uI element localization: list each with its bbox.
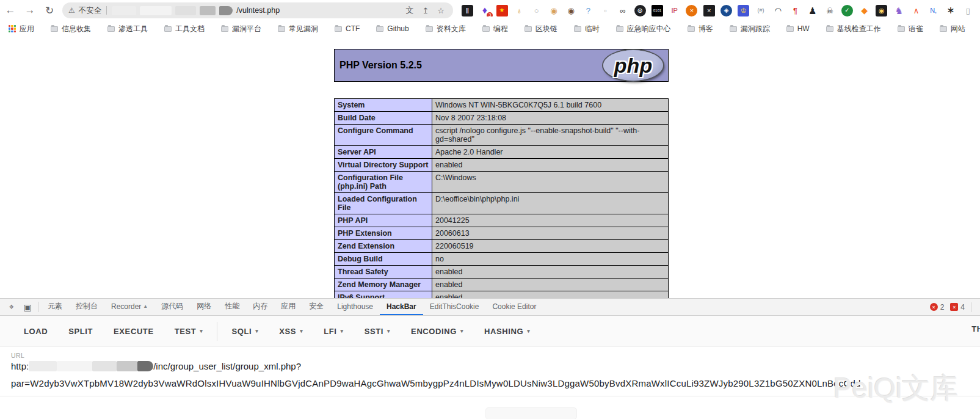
url-bar[interactable]: ⚠ 不安全 /vulntest.php 文 ↥ ☆ xyxy=(62,2,453,18)
hackbar-button[interactable]: XSS ▾ xyxy=(269,322,313,341)
reload-button[interactable]: ↻ xyxy=(43,4,56,17)
extension-icon[interactable]: ◠ xyxy=(772,5,784,16)
phpinfo-row-value: Nov 8 2007 23:18:08 xyxy=(432,112,669,125)
bookmark-folder[interactable]: 资料文库 xyxy=(426,24,466,34)
extension-icon[interactable]: × xyxy=(686,5,697,16)
devtools-tab[interactable]: 网络 xyxy=(190,299,218,315)
extension-icon[interactable]: 0101 xyxy=(652,5,663,16)
devtools-tab[interactable]: EditThisCookie xyxy=(423,299,486,315)
devtools-tab[interactable]: 内存 xyxy=(246,299,274,315)
bookmark-label: Github xyxy=(387,24,408,33)
url-field[interactable]: http: /inc/group_user_list/group_xml.php… xyxy=(11,361,969,371)
forward-button[interactable]: → xyxy=(23,4,37,16)
bookmark-folder[interactable]: 语雀 xyxy=(898,24,923,34)
bookmark-folder[interactable]: 渗透工具 xyxy=(107,24,148,34)
device-toolbar-icon[interactable]: ▣ xyxy=(20,299,35,315)
hackbar-button[interactable]: EXECUTE xyxy=(103,322,164,341)
redacted-host xyxy=(175,6,196,15)
translate-icon[interactable]: 文 xyxy=(403,5,416,16)
folder-icon xyxy=(376,26,383,32)
extension-icon[interactable]: ♔ xyxy=(738,5,749,16)
bookmark-folder[interactable]: 区块链 xyxy=(524,24,557,34)
devtools-tab[interactable]: Lighthouse xyxy=(330,299,380,315)
extension-icon[interactable]: ⊛ xyxy=(634,5,646,16)
extension-icon[interactable]: ♞ xyxy=(893,5,905,16)
bookmark-folder[interactable]: 常见漏洞 xyxy=(278,24,318,34)
devtools-tab[interactable]: Cookie Editor xyxy=(485,299,543,315)
devtools-tab[interactable]: 性能 xyxy=(218,299,246,315)
bookmark-folder[interactable]: 博客 xyxy=(688,24,713,34)
hackbar-button[interactable]: LFI ▾ xyxy=(313,322,354,341)
extension-icon[interactable]: ▯ xyxy=(962,5,974,16)
hackbar-button[interactable]: SPLIT xyxy=(58,322,103,341)
hackbar-button[interactable]: SSTI ▾ xyxy=(354,322,401,341)
hackbar-button[interactable]: HASHING ▾ xyxy=(474,322,540,341)
extension-icon[interactable]: ▫ xyxy=(600,5,611,16)
hackbar-button[interactable]: LOAD xyxy=(13,322,58,341)
extension-icon[interactable]: ✓ xyxy=(841,5,853,16)
back-button[interactable]: ← xyxy=(4,4,17,16)
extension-icon[interactable]: ∞ xyxy=(617,5,628,16)
extension-icon[interactable]: ∧ xyxy=(910,5,922,16)
phpinfo-row-value: no xyxy=(432,253,669,266)
devtools-tab[interactable]: HackBar xyxy=(380,299,423,315)
faint-bottom-box xyxy=(485,407,577,419)
redacted-host xyxy=(117,361,137,371)
badges-divider xyxy=(971,302,971,312)
bookmark-folder[interactable]: 漏洞跟踪 xyxy=(730,24,770,34)
extension-icon[interactable]: N, xyxy=(927,5,939,16)
bookmark-folder[interactable]: 基线检查工作 xyxy=(826,24,881,34)
console-error-badge[interactable]: × 2 xyxy=(930,303,945,312)
inspect-element-icon[interactable]: ⌖ xyxy=(4,299,20,315)
hackbar-button[interactable]: ENCODING ▾ xyxy=(401,322,474,341)
bookmark-folder[interactable]: 临时 xyxy=(574,24,600,34)
extension-icon[interactable]: ◈ xyxy=(720,5,732,16)
devtools-tab[interactable]: 源代码 xyxy=(154,299,190,315)
bookmark-folder[interactable]: CTF xyxy=(335,24,360,34)
bookmark-folder[interactable]: 信息收集 xyxy=(51,24,91,34)
hackbar-button[interactable]: SQLI ▾ xyxy=(217,322,269,341)
devtools-tab[interactable]: 安全 xyxy=(302,299,330,315)
bookmark-apps[interactable]: 应用 xyxy=(9,24,34,34)
extension-icon[interactable]: × xyxy=(703,5,715,16)
extension-icon[interactable]: IP xyxy=(669,5,680,16)
hackbar-button[interactable]: TEST ▾ xyxy=(164,322,214,341)
extension-icon[interactable]: ◉ xyxy=(876,5,887,16)
extension-icon[interactable]: ◉ xyxy=(548,5,559,16)
url-prefix-text: http: xyxy=(11,361,29,371)
extension-icon[interactable]: ‖ xyxy=(462,5,473,16)
extension-icon[interactable]: ♁ xyxy=(514,5,525,16)
extension-glyph: ¶ xyxy=(793,7,797,15)
extension-icon[interactable]: ∗ xyxy=(945,5,956,16)
devtools-tab[interactable]: 应用 xyxy=(274,299,302,315)
bookmark-folder[interactable]: HW xyxy=(786,24,810,34)
phpinfo-row-label: Zend Extension xyxy=(335,240,432,253)
extension-icon[interactable]: (#) xyxy=(755,5,767,16)
payload-field[interactable]: par=W2dyb3VwXTpbMV18W2dyb3VwaWRdOlsxIHVu… xyxy=(11,378,969,388)
extension-icon[interactable]: ◆ xyxy=(858,5,870,16)
issues-badge[interactable]: × 4 xyxy=(950,303,965,312)
extension-icon[interactable]: ? xyxy=(583,5,594,16)
hackbar-theme-button-partial[interactable]: THE xyxy=(971,324,980,333)
devtools-tab[interactable]: 元素 xyxy=(41,299,69,315)
extension-icon[interactable]: ○ xyxy=(531,5,542,16)
bookmark-folder[interactable]: 工具文档 xyxy=(164,24,205,34)
bookmark-star-icon[interactable]: ☆ xyxy=(435,6,447,15)
extension-icon[interactable]: ♟ xyxy=(807,5,818,16)
share-icon[interactable]: ↥ xyxy=(419,6,431,15)
extension-icon[interactable]: ★ xyxy=(496,5,508,16)
devtools-badges: × 2 × 4 xyxy=(930,299,980,315)
bookmark-folder[interactable]: 编程 xyxy=(482,24,508,34)
devtools-tab[interactable]: 控制台 xyxy=(69,299,104,315)
extension-icon[interactable]: ¶ xyxy=(789,5,801,16)
extension-icon[interactable]: ☠ xyxy=(824,5,836,16)
not-secure-warning-icon[interactable]: ⚠ xyxy=(68,6,75,15)
bookmark-folder[interactable]: Github xyxy=(376,24,408,34)
bookmark-folder[interactable]: 应急响应中心 xyxy=(616,24,671,34)
bookmark-folder[interactable]: 网站 xyxy=(940,24,965,34)
recorder-warning-icon: ▲ xyxy=(143,304,148,309)
devtools-tab[interactable]: Recorder ▲ xyxy=(104,299,154,315)
bookmark-folder[interactable]: 漏洞平台 xyxy=(221,24,261,34)
extension-icon[interactable]: ◉ xyxy=(565,5,577,16)
extension-icon[interactable]: ♦ 3 xyxy=(479,5,490,16)
